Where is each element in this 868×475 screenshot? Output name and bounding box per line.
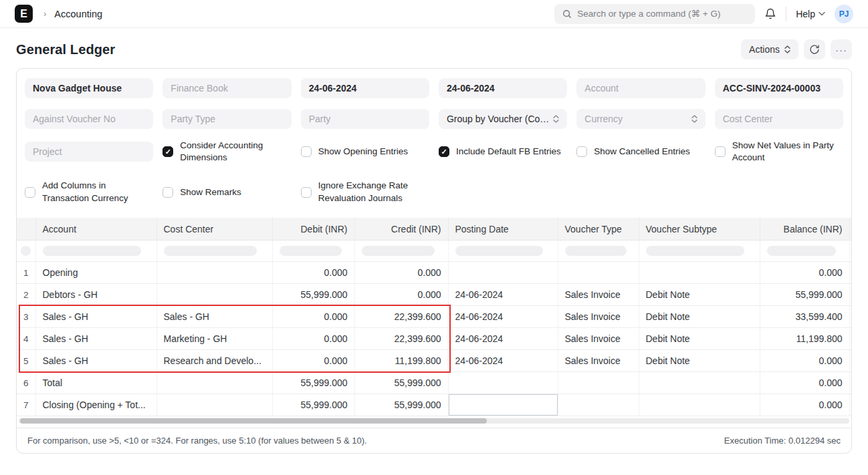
cell-balance-inr[interactable]: 0.000	[760, 350, 849, 372]
column-filter-input-voucher-type[interactable]	[565, 246, 627, 256]
cell-voucher-type[interactable]	[558, 394, 639, 416]
cell-voucher-type[interactable]: Sales Invoice	[558, 306, 639, 328]
column-header-voucher-type[interactable]: Voucher Type	[558, 218, 639, 241]
cell-credit-inr[interactable]: 55,999.000	[354, 372, 448, 394]
cell-cost-center[interactable]	[156, 284, 272, 306]
cell-credit-inr[interactable]: 0.000	[354, 284, 448, 306]
from-date-filter[interactable]: 24-06-2024	[301, 78, 429, 98]
cell-account[interactable]: Opening	[35, 262, 156, 284]
column-header-debit-inr[interactable]: Debit (INR)	[272, 218, 354, 241]
cell-voucher-subtype[interactable]	[639, 262, 760, 284]
global-search[interactable]	[554, 4, 755, 24]
cell-credit-inr[interactable]: 0.000	[354, 262, 448, 284]
cell-credit-inr[interactable]: 22,399.600	[354, 328, 448, 350]
finance-book-filter[interactable]: Finance Book	[162, 78, 291, 98]
cell-debit-inr[interactable]: 0.000	[272, 262, 354, 284]
user-avatar[interactable]: PJ	[835, 5, 853, 23]
column-header-cost-center[interactable]: Cost Center	[156, 218, 272, 241]
cell-posting-date[interactable]: 24-06-2024	[448, 350, 558, 372]
project-filter[interactable]: Project	[25, 142, 153, 162]
column-header-credit-inr[interactable]: Credit (INR)	[354, 218, 448, 241]
cell-credit-inr[interactable]: 22,399.600	[354, 306, 448, 328]
cell-voucher-subtype[interactable]	[639, 372, 760, 394]
cell-voucher-type[interactable]: Sales Invoice	[558, 328, 639, 350]
column-filter-input-cost-center[interactable]	[164, 246, 257, 256]
cell-credit-inr[interactable]: 55,999.000	[354, 394, 448, 416]
erpnext-logo-icon[interactable]: E	[15, 5, 33, 23]
column-filter-input-posting-date[interactable]	[455, 246, 544, 256]
voucher-no-filter[interactable]: ACC-SINV-2024-00003	[715, 78, 843, 98]
cell-cost-center[interactable]: Research and Develo...	[156, 350, 272, 372]
cell-posting-date[interactable]: 24-06-2024	[448, 284, 558, 306]
cell-balance-inr[interactable]: 0.000	[760, 394, 849, 416]
cell-account[interactable]: Sales - GH	[35, 306, 156, 328]
against-voucher-no-filter[interactable]: Against Voucher No	[25, 109, 153, 129]
party-filter[interactable]: Party	[301, 109, 429, 129]
to-date-filter[interactable]: 24-06-2024	[439, 78, 567, 98]
cell-voucher-type[interactable]	[558, 262, 639, 284]
cell-balance-inr[interactable]: 0.000	[760, 372, 849, 394]
show-net-values-in-party-account-checkbox[interactable]: Show Net Values in Party Account	[715, 140, 843, 164]
column-header-voucher-subtype[interactable]: Voucher Subtype	[639, 218, 760, 241]
column-header-account[interactable]: Account	[35, 218, 156, 241]
cell-debit-inr[interactable]: 55,999.000	[272, 394, 354, 416]
notifications-button[interactable]	[764, 8, 776, 20]
refresh-button[interactable]	[804, 39, 825, 59]
column-header-balance-inr[interactable]: Balance (INR)	[760, 218, 849, 241]
currency-filter[interactable]: Currency	[576, 109, 705, 129]
cell-voucher-type[interactable]: Sales Invoice	[558, 284, 639, 306]
cell-voucher-subtype[interactable]	[639, 394, 760, 416]
scrollbar-thumb[interactable]	[20, 418, 487, 424]
cell-cost-center[interactable]: Sales - GH	[156, 306, 272, 328]
add-columns-in-transaction-currency-checkbox[interactable]: Add Columns in Transaction Currency	[25, 180, 153, 204]
breadcrumb[interactable]: Accounting	[54, 9, 102, 19]
cell-posting-date[interactable]	[448, 394, 558, 416]
party-type-filter[interactable]: Party Type	[162, 109, 291, 129]
cell-account[interactable]: Sales - GH	[35, 350, 156, 372]
cell-balance-inr[interactable]: 33,599.400	[760, 306, 849, 328]
column-filter-input-account[interactable]	[43, 246, 141, 256]
show-cancelled-entries-checkbox[interactable]: Show Cancelled Entries	[576, 146, 705, 158]
show-opening-entries-checkbox[interactable]: Show Opening Entries	[301, 146, 429, 158]
cost-center-filter[interactable]: Cost Center	[715, 109, 843, 129]
cell-posting-date[interactable]: 24-06-2024	[448, 306, 558, 328]
cell-balance-inr[interactable]: 55,999.000	[760, 284, 849, 306]
cell-cost-center[interactable]: Marketing - GH	[156, 328, 272, 350]
column-filter-input-balance-inr[interactable]	[767, 246, 837, 256]
cell-voucher-subtype[interactable]: Debit Note	[639, 350, 760, 372]
cell-account[interactable]: Debtors - GH	[35, 284, 156, 306]
cell-posting-date[interactable]	[448, 262, 558, 284]
cell-account[interactable]: Total	[35, 372, 156, 394]
cell-debit-inr[interactable]: 55,999.000	[272, 372, 354, 394]
column-filter-input-voucher-subtype[interactable]	[646, 246, 744, 256]
cell-cost-center[interactable]	[156, 262, 272, 284]
cell-voucher-type[interactable]: Sales Invoice	[558, 350, 639, 372]
cell-debit-inr[interactable]: 55,999.000	[272, 284, 354, 306]
cell-debit-inr[interactable]: 0.000	[272, 350, 354, 372]
cell-credit-inr[interactable]: 11,199.800	[354, 350, 448, 372]
cell-cost-center[interactable]	[156, 372, 272, 394]
cell-posting-date[interactable]: 24-06-2024	[448, 328, 558, 350]
actions-button[interactable]: Actions	[741, 39, 798, 59]
group-by-filter[interactable]: Group by Voucher (Con..	[439, 109, 567, 129]
column-filter-input-debit-inr[interactable]	[280, 246, 342, 256]
column-filter-input-credit-inr[interactable]	[362, 246, 435, 256]
cell-balance-inr[interactable]: 0.000	[760, 262, 849, 284]
account-filter[interactable]: Account	[576, 78, 705, 98]
cell-debit-inr[interactable]: 0.000	[272, 328, 354, 350]
cell-cost-center[interactable]	[156, 394, 272, 416]
cell-debit-inr[interactable]: 0.000	[272, 306, 354, 328]
cell-account[interactable]: Sales - GH	[35, 328, 156, 350]
help-menu[interactable]: Help	[796, 9, 825, 19]
column-header-posting-date[interactable]: Posting Date	[448, 218, 558, 241]
company-filter[interactable]: Nova Gadget House	[25, 78, 153, 98]
search-input[interactable]	[577, 9, 747, 19]
cell-voucher-subtype[interactable]: Debit Note	[639, 306, 760, 328]
ignore-exchange-rate-revaluation-journals-checkbox[interactable]: Ignore Exchange Rate Revaluation Journal…	[301, 180, 429, 204]
cell-balance-inr[interactable]: 11,199.800	[760, 328, 849, 350]
cell-account[interactable]: Closing (Opening + Tot...	[35, 394, 156, 416]
show-remarks-checkbox[interactable]: Show Remarks	[162, 186, 291, 198]
cell-voucher-type[interactable]	[558, 372, 639, 394]
include-default-fb-entries-checkbox[interactable]: ✓Include Default FB Entries	[439, 146, 567, 158]
more-options-button[interactable]: ···	[831, 39, 852, 59]
